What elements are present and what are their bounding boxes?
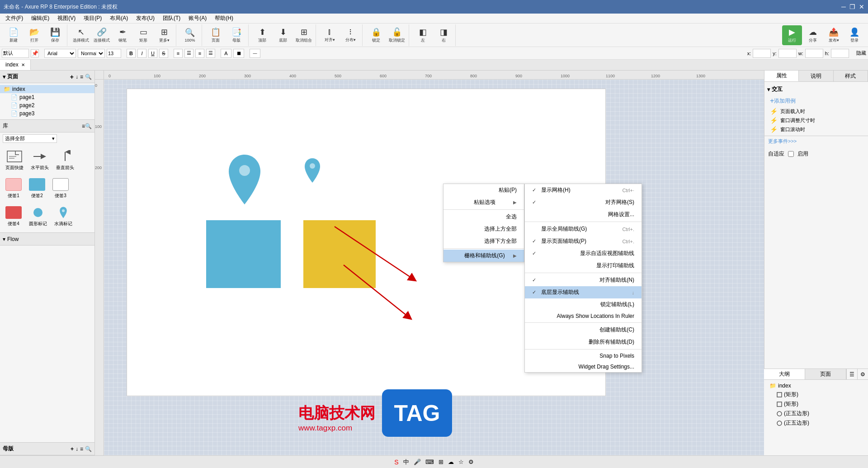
expand-pages-icon[interactable]: ▾ — [3, 74, 5, 80]
fill-color-button[interactable]: ◼ — [233, 49, 244, 58]
toolbar-share[interactable]: ☁ 分享 — [803, 25, 823, 45]
yellow-rect-shape[interactable] — [303, 220, 376, 288]
sub-show-print-guides[interactable]: 显示打印辅助线 — [525, 260, 642, 272]
menu-publish[interactable]: 发布(U) — [132, 14, 158, 23]
flow-header[interactable]: ▾ Flow — [0, 233, 94, 246]
sub-guides-bottom[interactable]: ✓ 底层显示辅助线 ↓ — [525, 286, 642, 298]
toolbar-align-right[interactable]: ◨ 右 — [434, 25, 453, 45]
status-icon-grid[interactable]: ⊞ — [439, 459, 443, 465]
x-input[interactable] — [753, 49, 771, 58]
outline-settings-icon[interactable]: ⚙ — [857, 369, 868, 380]
ctx-paste[interactable]: 粘贴(P) — [443, 184, 524, 196]
sub-grid-settings[interactable]: 网格设置... — [525, 208, 642, 221]
toolbar-ungroup[interactable]: ⊞ 取消组合 — [294, 25, 314, 45]
sub-show-global-guides[interactable]: 显示全局辅助线(G) Ctrl+. — [525, 223, 642, 235]
canvas-area[interactable]: 0 100 200 300 400 500 600 700 800 900 10… — [95, 71, 764, 455]
sub-show-grid[interactable]: ✓ 显示网格(H) Ctrl+· — [525, 184, 642, 196]
toolbar-align[interactable]: ⫿ 对齐▾ — [320, 25, 340, 45]
underline-button[interactable]: U — [148, 49, 157, 58]
sub-snap-grid[interactable]: ✓ 对齐网格(S) — [525, 196, 642, 208]
pages-import-icon[interactable]: ↓ — [75, 74, 78, 80]
toolbar-page[interactable]: 📋 页面 — [206, 25, 226, 45]
event-page-load[interactable]: ⚡ 页面载入时 — [766, 107, 866, 116]
blue-rect-shape[interactable] — [206, 220, 281, 288]
tree-item-index[interactable]: 📁 index — [0, 85, 94, 93]
sub-widget-drag[interactable]: Widget Drag Settings... — [525, 361, 642, 372]
sub-create-guide[interactable]: 创建辅助线(C) — [525, 324, 642, 336]
pages-menu-icon[interactable]: ≡ — [80, 74, 83, 80]
masters-add-icon[interactable]: + — [71, 446, 74, 452]
sub-delete-guides[interactable]: 删除所有辅助线(D) — [525, 336, 642, 348]
sub-always-show-ruler[interactable]: Always Show Locations In Ruler — [525, 311, 642, 321]
status-icon-s[interactable]: S — [394, 459, 398, 466]
tree-item-page1[interactable]: 📄 page1 — [0, 93, 94, 101]
outline-item-rect2[interactable]: (矩形) — [766, 399, 866, 409]
tab-outline[interactable]: 大纲 — [764, 369, 805, 379]
toolbar-bottom[interactable]: ⬇ 底部 — [273, 25, 293, 45]
sub-show-page-guides[interactable]: ✓ 显示页面辅助线(P) Ctrl+. — [525, 235, 642, 247]
toolbar-pen[interactable]: ✒ 钢笔 — [113, 25, 132, 45]
menu-help[interactable]: 帮助(H) — [211, 14, 237, 23]
menu-project[interactable]: 项目(P) — [80, 14, 105, 23]
tab-close-icon[interactable]: ✕ — [21, 62, 25, 67]
close-button[interactable]: ✕ — [859, 3, 864, 10]
align-justify-button[interactable]: ☰ — [206, 49, 215, 58]
toolbar-publish[interactable]: 📤 发布▾ — [824, 25, 844, 45]
tab-notes[interactable]: 说明 — [799, 71, 833, 81]
ctx-select-above[interactable]: 选择上方全部 — [443, 223, 524, 235]
tab-properties[interactable]: 属性 — [764, 71, 799, 81]
ctx-select-below[interactable]: 选择下方全部 — [443, 235, 524, 247]
h-input[interactable] — [831, 49, 849, 58]
event-window-resize[interactable]: ⚡ 窗口调整尺寸时 — [766, 116, 866, 125]
lib-item-note2[interactable]: 便签2 — [27, 176, 47, 201]
event-window-scroll[interactable]: ⚡ 窗口滚动时 — [766, 125, 866, 134]
align-right-button[interactable]: ≡ — [195, 49, 204, 58]
menu-file[interactable]: 文件(F) — [2, 14, 27, 23]
masters-import-icon[interactable]: ↓ — [75, 446, 78, 452]
toolbar-new[interactable]: 📄 新建 — [4, 25, 24, 45]
toolbar-zoom[interactable]: 🔍 100% — [180, 25, 200, 45]
library-dropdown[interactable]: 选择全部 ▾ — [3, 134, 57, 143]
ctx-select-all[interactable]: 全选 — [443, 211, 524, 223]
status-icon-zh[interactable]: 中 — [403, 458, 409, 466]
y-input[interactable] — [778, 49, 797, 58]
tab-style[interactable]: 样式 — [834, 71, 868, 81]
pages-add-icon[interactable]: + — [70, 73, 74, 80]
toolbar-rect[interactable]: ▭ 矩形 — [133, 25, 153, 45]
align-center-button[interactable]: ☰ — [184, 49, 193, 58]
toolbar-distribute[interactable]: ⫶ 分布▾ — [340, 25, 360, 45]
outline-item-rect1[interactable]: (矩形) — [766, 390, 866, 399]
tab-index[interactable]: index ✕ — [0, 60, 31, 70]
add-case-icon[interactable]: + — [770, 97, 774, 105]
outline-item-polygon2[interactable]: (正五边形) — [766, 418, 866, 428]
menu-layout[interactable]: 布局(A) — [106, 14, 132, 23]
toolbar-top[interactable]: ⬆ 顶部 — [252, 25, 272, 45]
lib-item-note1[interactable]: 便签1 — [4, 176, 24, 201]
sub-snap-guides[interactable]: ✓ 对齐辅助线(N) — [525, 274, 642, 286]
italic-button[interactable]: I — [137, 49, 146, 58]
font-style-select[interactable]: Normal — [78, 49, 105, 58]
lib-item-v-arrow[interactable]: 垂直箭头 — [54, 148, 76, 173]
toolbar-select-mode[interactable]: ↖ 选择模式 — [71, 25, 91, 45]
widget-name-icon[interactable]: 📌 — [31, 49, 39, 57]
font-family-select[interactable]: Arial — [44, 49, 76, 58]
bold-button[interactable]: B — [127, 49, 136, 58]
ctx-paste-options[interactable]: 粘贴选项 ▶ — [443, 196, 524, 208]
lib-item-page-shortcut[interactable]: 页面快捷 — [4, 148, 25, 173]
lib-item-h-arrow[interactable]: 水平箭头 — [29, 148, 51, 173]
menu-edit[interactable]: 编辑(E) — [28, 14, 53, 23]
tree-item-page2[interactable]: 📄 page2 — [0, 101, 94, 109]
toolbar-unlock[interactable]: 🔓 取消锁定 — [387, 25, 407, 45]
library-menu-icon[interactable]: ≡ — [82, 123, 85, 129]
outline-item-polygon1[interactable]: (正五边形) — [766, 409, 866, 418]
toolbar-open[interactable]: 📂 打开 — [24, 25, 44, 45]
masters-search-icon[interactable]: 🔍 — [85, 446, 92, 452]
toolbar-save[interactable]: 💾 保存 — [45, 25, 65, 45]
add-case-label[interactable]: 添加用例 — [774, 97, 796, 105]
lib-item-circle-marker[interactable]: 圆形标记 — [27, 204, 49, 229]
toolbar-more[interactable]: ⊞ 更多▾ — [154, 25, 174, 45]
library-search-icon[interactable]: 🔍 — [85, 123, 92, 129]
lib-item-note3[interactable]: 便签3 — [51, 176, 71, 201]
line-style-button[interactable]: — — [250, 49, 260, 58]
outline-item-index[interactable]: 📁 index — [766, 382, 866, 390]
